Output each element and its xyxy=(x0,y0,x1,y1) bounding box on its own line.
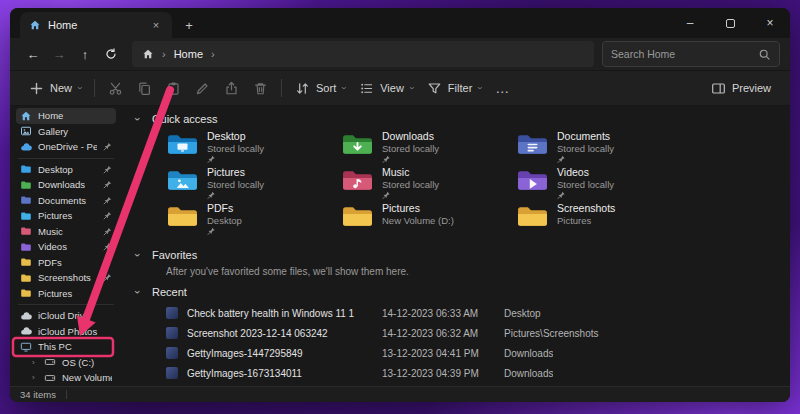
file-name: Check battery health in Windows 11 1 xyxy=(187,308,382,319)
sidebar-item-home[interactable]: Home xyxy=(16,108,116,124)
sidebar-item-label: Gallery xyxy=(38,126,112,137)
cut-button[interactable] xyxy=(101,75,130,101)
sidebar-separator xyxy=(18,158,114,159)
filter-button[interactable]: Filter › xyxy=(420,75,488,101)
tile-pictures-d[interactable]: Pictures New Volume (D:) xyxy=(341,202,516,238)
tile-desktop[interactable]: Desktop Stored locally xyxy=(166,130,341,166)
tile-screenshots[interactable]: Screenshots Pictures xyxy=(516,202,691,238)
sidebar-item-icloud-photos[interactable]: iCloud Photos xyxy=(16,324,116,340)
pin-icon xyxy=(103,227,112,236)
folder-icon xyxy=(516,202,549,229)
sidebar-item-videos[interactable]: Videos xyxy=(16,239,116,255)
folder-icon xyxy=(20,256,32,268)
new-button[interactable]: New › xyxy=(22,75,88,101)
up-button[interactable]: ↑ xyxy=(72,42,98,66)
pin-icon xyxy=(207,155,216,164)
sidebar-item-label: Documents xyxy=(38,195,97,206)
close-button[interactable]: × xyxy=(750,8,790,38)
sidebar-item-gallery[interactable]: Gallery xyxy=(16,124,116,140)
folder-subtitle: Stored locally xyxy=(557,179,614,191)
sidebar-item-pictures[interactable]: Pictures xyxy=(16,208,116,224)
pin-icon xyxy=(103,196,112,205)
sidebar-separator xyxy=(18,304,114,305)
gallery-icon xyxy=(20,125,32,137)
sidebar-item-new-volume-d[interactable]: › New Volume (D:) xyxy=(16,370,116,386)
chevron-right-icon: › xyxy=(32,358,38,367)
copy-icon xyxy=(137,81,152,96)
maximize-button[interactable] xyxy=(710,8,750,38)
tile-videos[interactable]: Videos Stored locally xyxy=(516,166,691,202)
sidebar-item-onedrive[interactable]: OneDrive - Personal xyxy=(16,139,116,155)
file-location: Desktop xyxy=(504,308,541,319)
back-button[interactable]: ← xyxy=(20,42,46,66)
folder-name: Downloads xyxy=(382,130,439,143)
section-title: Favorites xyxy=(152,249,197,261)
sort-button[interactable]: Sort › xyxy=(288,75,352,101)
minimize-button[interactable]: – xyxy=(670,8,710,38)
quick-access-header[interactable]: › Quick access xyxy=(133,110,784,128)
status-bar: 34 items xyxy=(10,386,790,402)
sidebar-item-documents[interactable]: Documents xyxy=(16,193,116,209)
forward-button[interactable]: → xyxy=(46,42,72,66)
divider xyxy=(94,79,95,97)
folder-name: Desktop xyxy=(207,130,264,143)
refresh-button[interactable] xyxy=(98,42,124,66)
sidebar-item-desktop[interactable]: Desktop xyxy=(16,162,116,178)
tile-music[interactable]: Music Stored locally xyxy=(341,166,516,202)
sidebar-item-pictures-2[interactable]: Pictures xyxy=(16,286,116,302)
search-input[interactable] xyxy=(611,48,752,60)
monitor-icon xyxy=(20,341,32,353)
tile-downloads[interactable]: Downloads Stored locally xyxy=(341,130,516,166)
preview-button[interactable]: Preview xyxy=(704,75,778,101)
chevron-right-icon: › xyxy=(162,48,166,60)
new-tab-button[interactable]: + xyxy=(180,18,198,33)
pin-icon xyxy=(103,258,112,267)
sidebar-item-label: Downloads xyxy=(38,179,97,190)
tile-pdfs[interactable]: PDFs Desktop xyxy=(166,202,341,238)
sidebar-item-music[interactable]: Music xyxy=(16,224,116,240)
sidebar-item-os-c[interactable]: › OS (C:) xyxy=(16,355,116,371)
folder-name: Documents xyxy=(557,130,614,143)
paste-button[interactable] xyxy=(159,75,188,101)
sidebar-item-screenshots[interactable]: Screenshots xyxy=(16,270,116,286)
breadcrumb-bar[interactable]: › Home › xyxy=(132,41,594,67)
tile-pictures[interactable]: Pictures Stored locally xyxy=(166,166,341,202)
sidebar-item-this-pc[interactable]: This PC xyxy=(16,339,116,355)
recent-header[interactable]: › Recent xyxy=(133,283,784,301)
tile-documents[interactable]: Documents Stored locally xyxy=(516,130,691,166)
rename-button[interactable] xyxy=(188,75,217,101)
folder-name: Music xyxy=(382,166,439,179)
share-button[interactable] xyxy=(217,75,246,101)
copy-button[interactable] xyxy=(130,75,159,101)
downloads-folder-icon xyxy=(341,130,374,157)
sidebar-item-pdfs[interactable]: PDFs xyxy=(16,255,116,271)
recent-file-row[interactable]: Screenshot 2023-12-14 063242 14-12-2023 … xyxy=(166,323,784,343)
desktop-folder-icon xyxy=(166,130,199,157)
delete-button[interactable] xyxy=(246,75,275,101)
navigation-bar: ← → ↑ › Home › xyxy=(10,38,790,70)
recent-file-row[interactable]: GettyImages-1447295849 13-12-2023 04:41 … xyxy=(166,343,784,363)
pin-icon xyxy=(103,142,112,151)
pencil-icon xyxy=(195,81,210,96)
sidebar-item-label: PDFs xyxy=(38,257,97,268)
tile-text: Downloads Stored locally xyxy=(382,130,439,164)
folder-subtitle: Stored locally xyxy=(382,143,439,155)
breadcrumb-home[interactable]: Home xyxy=(174,48,203,60)
pin-icon xyxy=(207,191,216,200)
tab-home[interactable]: Home × xyxy=(20,12,172,38)
more-options-button[interactable]: … xyxy=(488,75,517,101)
sidebar-item-icloud-drive[interactable]: iCloud Drive xyxy=(16,308,116,324)
sidebar-item-downloads[interactable]: Downloads xyxy=(16,177,116,193)
tab-close-button[interactable]: × xyxy=(149,19,163,31)
view-button[interactable]: View › xyxy=(352,75,420,101)
favorites-header[interactable]: › Favorites xyxy=(133,246,784,264)
recent-file-row[interactable]: GettyImages-1673134011 13-12-2023 04:39 … xyxy=(166,363,784,383)
file-name: GettyImages-1673134011 xyxy=(187,368,382,379)
recent-file-row[interactable]: Check battery health in Windows 11 1 14-… xyxy=(166,303,784,323)
tile-text: Screenshots Pictures xyxy=(557,202,615,226)
trash-icon xyxy=(253,81,268,96)
sidebar-item-label: iCloud Photos xyxy=(38,326,112,337)
file-thumbnail-icon xyxy=(166,327,178,339)
tile-text: Music Stored locally xyxy=(382,166,439,200)
cloud-icon xyxy=(20,310,32,322)
